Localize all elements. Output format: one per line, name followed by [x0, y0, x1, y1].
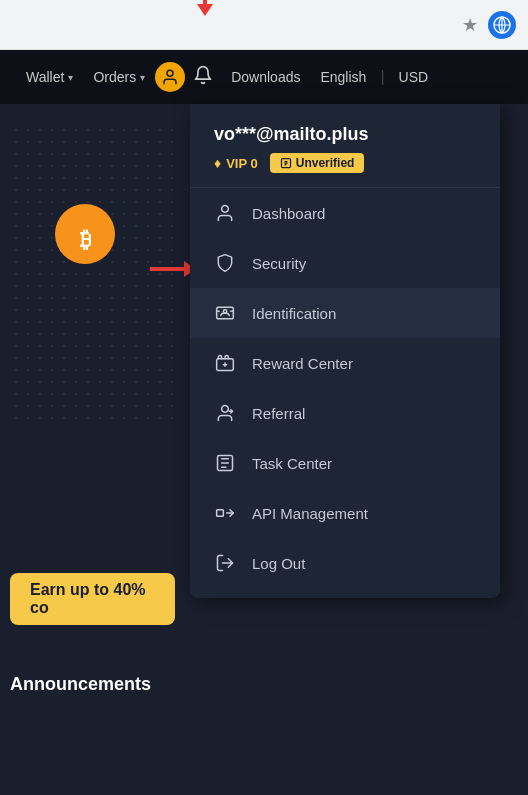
menu-item-logout[interactable]: Log Out: [190, 538, 500, 588]
nav-divider: |: [376, 68, 388, 86]
diamond-icon: ♦: [214, 155, 221, 171]
nav-downloads[interactable]: Downloads: [221, 50, 310, 104]
nav-bell-icon[interactable]: [185, 65, 221, 90]
task-icon: [214, 452, 236, 474]
svg-rect-12: [217, 510, 224, 517]
menu-item-identification[interactable]: Identification: [190, 288, 500, 338]
menu-item-dashboard[interactable]: Dashboard: [190, 188, 500, 238]
vip-row: ♦ VIP 0 Unverified: [214, 153, 476, 173]
menu-item-referral[interactable]: Referral: [190, 388, 500, 438]
dots-pattern: [10, 124, 180, 424]
bitcoin-icon: ₿: [55, 204, 115, 264]
menu-item-reward-center[interactable]: Reward Center: [190, 338, 500, 388]
menu-item-security[interactable]: Security: [190, 238, 500, 288]
announcements-label: Announcements: [10, 674, 151, 695]
identification-icon: [214, 302, 236, 324]
nav-bar: Wallet ▾ Orders ▾ Downloads English | US…: [0, 50, 528, 104]
wallet-dropdown-arrow: ▾: [68, 72, 73, 83]
browser-logo: [488, 11, 516, 39]
svg-point-10: [222, 406, 229, 413]
nav-english[interactable]: English: [310, 50, 376, 104]
nav-usd[interactable]: USD: [389, 50, 439, 104]
orders-dropdown-arrow: ▾: [140, 72, 145, 83]
api-icon: [214, 502, 236, 524]
browser-chrome: ★: [0, 0, 528, 50]
nav-wallet[interactable]: Wallet ▾: [16, 50, 83, 104]
vip-badge: ♦ VIP 0: [214, 155, 258, 171]
user-email: vo***@mailto.plus: [214, 124, 476, 145]
svg-point-1: [167, 70, 173, 76]
nav-orders[interactable]: Orders ▾: [83, 50, 155, 104]
reward-icon: [214, 352, 236, 374]
earn-banner: Earn up to 40% co: [10, 573, 175, 625]
logout-icon: [214, 552, 236, 574]
browser-star-icon: ★: [462, 14, 478, 36]
unverified-badge[interactable]: Unverified: [270, 153, 365, 173]
menu-item-task-center[interactable]: Task Center: [190, 438, 500, 488]
svg-point-6: [223, 310, 226, 313]
security-icon: [214, 252, 236, 274]
nav-user-icon[interactable]: [155, 62, 185, 92]
svg-text:₿: ₿: [80, 227, 91, 250]
menu-item-api-management[interactable]: API Management: [190, 488, 500, 538]
svg-point-4: [222, 206, 229, 213]
user-dropdown-menu: vo***@mailto.plus ♦ VIP 0 Unverified Das…: [190, 104, 500, 598]
dashboard-icon: [214, 202, 236, 224]
referral-icon: [214, 402, 236, 424]
dropdown-header: vo***@mailto.plus ♦ VIP 0 Unverified: [190, 104, 500, 188]
